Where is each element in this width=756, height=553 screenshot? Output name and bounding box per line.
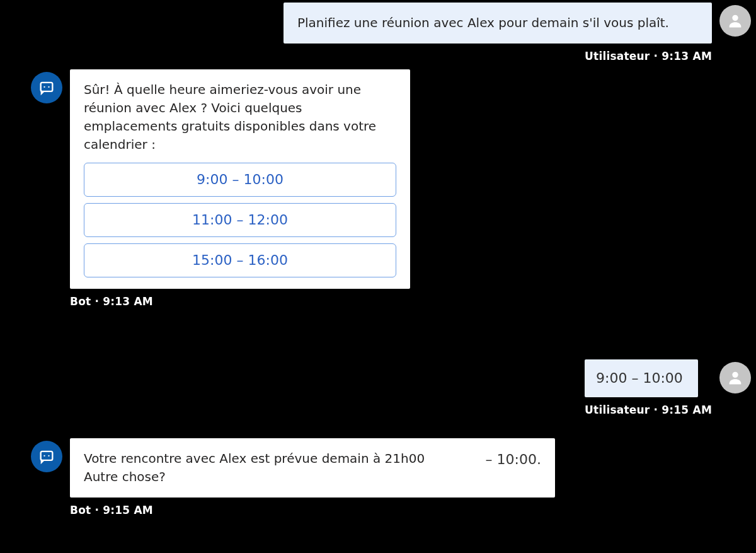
bot-message-1-text: Sûr! À quelle heure aimeriez-vous avoir … <box>84 81 396 154</box>
svg-point-2 <box>43 86 45 88</box>
bot-avatar-icon <box>31 72 62 103</box>
bot-message-1: Sûr! À quelle heure aimeriez-vous avoir … <box>70 69 410 289</box>
svg-rect-1 <box>41 83 53 91</box>
user-avatar-icon <box>719 5 751 37</box>
time-slot-list: 9:00 – 10:00 11:00 – 12:00 15:00 – 16:00 <box>84 163 396 277</box>
svg-point-0 <box>732 15 738 21</box>
bot-message-2: Votre rencontre avec Alex est prévue dem… <box>70 438 555 498</box>
bot-avatar-icon <box>31 441 62 472</box>
user-message-1: Planifiez une réunion avec Alex pour dem… <box>284 3 712 44</box>
svg-point-6 <box>43 455 45 457</box>
bot-message-2-meta: Bot · 9:15 AM <box>70 504 153 516</box>
bot-message-2-text: Votre rencontre avec Alex est prévue dem… <box>84 450 437 486</box>
time-slot-option-1[interactable]: 9:00 – 10:00 <box>84 163 396 197</box>
bot-message-1-meta: Bot · 9:13 AM <box>70 295 153 308</box>
svg-point-4 <box>732 372 738 378</box>
time-slot-option-2[interactable]: 11:00 – 12:00 <box>84 203 396 237</box>
bot-message-2-extra: – 10:00. <box>486 450 541 470</box>
svg-point-3 <box>48 86 49 88</box>
user-avatar-icon <box>719 362 751 393</box>
svg-rect-5 <box>41 451 53 460</box>
user-message-2: 9:00 – 10:00 <box>585 359 698 397</box>
time-slot-option-3[interactable]: 15:00 – 16:00 <box>84 243 396 277</box>
user-message-2-meta: Utilisateur · 9:15 AM <box>585 404 712 416</box>
user-message-1-meta: Utilisateur · 9:13 AM <box>585 50 712 62</box>
svg-point-7 <box>48 455 49 457</box>
